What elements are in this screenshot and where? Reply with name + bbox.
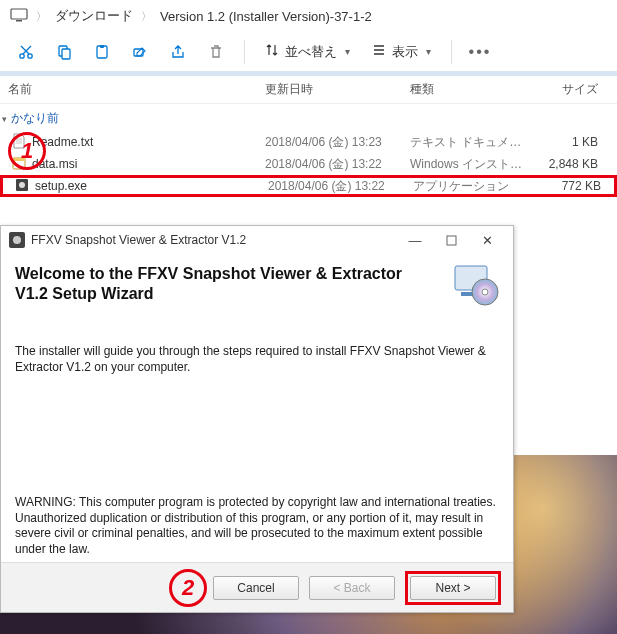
- file-name: setup.exe: [35, 179, 87, 193]
- close-button[interactable]: ✕: [469, 229, 505, 251]
- share-icon[interactable]: [160, 35, 196, 69]
- cut-icon[interactable]: [8, 35, 44, 69]
- file-date: 2018/04/06 (金) 13:23: [265, 134, 410, 151]
- more-icon[interactable]: •••: [462, 43, 498, 61]
- welcome-heading: Welcome to the FFXV Snapshot Viewer & Ex…: [15, 264, 499, 304]
- chevron-down-icon: ▾: [426, 46, 431, 57]
- view-button[interactable]: 表示 ▾: [362, 35, 441, 69]
- delete-icon[interactable]: [198, 35, 234, 69]
- dialog-title: FFXV Snapshot Viewer & Extractor V1.2: [31, 233, 246, 247]
- copy-icon[interactable]: [46, 35, 82, 69]
- titlebar[interactable]: FFXV Snapshot Viewer & Extractor V1.2 — …: [1, 226, 513, 254]
- breadcrumb-downloads[interactable]: ダウンロード: [55, 7, 133, 25]
- breadcrumb: 〉 ダウンロード 〉 Version 1.2 (Installer Versio…: [0, 0, 617, 32]
- warning-text: WARNING: This computer program is protec…: [15, 495, 499, 557]
- svg-point-12: [19, 182, 25, 188]
- file-list-header: 名前 更新日時 種類 サイズ: [0, 76, 617, 104]
- file-size: 772 KB: [533, 179, 611, 193]
- file-type: テキスト ドキュメント: [410, 134, 530, 151]
- svg-point-19: [482, 289, 488, 295]
- toolbar: 並べ替え ▾ 表示 ▾ •••: [0, 32, 617, 76]
- minimize-button[interactable]: —: [397, 229, 433, 251]
- svg-rect-0: [11, 9, 27, 19]
- group-label[interactable]: かなり前: [0, 104, 617, 131]
- view-label: 表示: [392, 43, 418, 61]
- next-button[interactable]: Next >: [410, 576, 496, 600]
- installer-disc-icon: [451, 260, 499, 308]
- app-icon: [9, 232, 25, 248]
- installer-dialog: FFXV Snapshot Viewer & Extractor V1.2 — …: [0, 225, 514, 613]
- svg-rect-1: [16, 20, 22, 22]
- file-size: 1 KB: [530, 135, 608, 149]
- column-size[interactable]: サイズ: [530, 81, 608, 98]
- monitor-icon[interactable]: [10, 8, 28, 25]
- file-type: Windows インストー...: [410, 156, 530, 173]
- file-date: 2018/04/06 (金) 13:22: [268, 178, 413, 195]
- rename-icon[interactable]: [122, 35, 158, 69]
- divider: [451, 40, 452, 64]
- sort-button[interactable]: 並べ替え ▾: [255, 35, 360, 69]
- cancel-button[interactable]: Cancel: [213, 576, 299, 600]
- description-text: The installer will guide you through the…: [15, 344, 499, 375]
- svg-rect-15: [447, 236, 456, 245]
- table-row[interactable]: data.msi 2018/04/06 (金) 13:22 Windows イン…: [0, 153, 617, 175]
- maximize-button[interactable]: [433, 229, 469, 251]
- column-name[interactable]: 名前: [0, 81, 265, 98]
- file-size: 2,848 KB: [530, 157, 608, 171]
- svg-point-14: [13, 236, 21, 244]
- sort-icon: [265, 43, 279, 60]
- chevron-right-icon: 〉: [36, 9, 47, 24]
- next-highlight: Next >: [405, 571, 501, 605]
- divider: [244, 40, 245, 64]
- svg-rect-7: [100, 45, 104, 48]
- view-icon: [372, 43, 386, 60]
- breadcrumb-folder[interactable]: Version 1.2 (Installer Version)-37-1-2: [160, 9, 372, 24]
- button-row: 2 Cancel < Back Next >: [1, 562, 513, 612]
- column-date[interactable]: 更新日時: [265, 81, 410, 98]
- svg-rect-5: [62, 49, 70, 59]
- exe-file-icon: [15, 177, 29, 196]
- annotation-1: 1: [8, 132, 46, 170]
- table-row[interactable]: setup.exe 2018/04/06 (金) 13:22 アプリケーション …: [0, 175, 617, 197]
- back-button: < Back: [309, 576, 395, 600]
- chevron-right-icon: 〉: [141, 9, 152, 24]
- file-date: 2018/04/06 (金) 13:22: [265, 156, 410, 173]
- column-type[interactable]: 種類: [410, 81, 530, 98]
- table-row[interactable]: Readme.txt 2018/04/06 (金) 13:23 テキスト ドキュ…: [0, 131, 617, 153]
- sort-label: 並べ替え: [285, 43, 337, 61]
- svg-point-2: [20, 53, 24, 57]
- paste-icon[interactable]: [84, 35, 120, 69]
- svg-point-3: [28, 53, 32, 57]
- chevron-down-icon: ▾: [345, 46, 350, 57]
- annotation-2: 2: [169, 569, 207, 607]
- file-type: アプリケーション: [413, 178, 533, 195]
